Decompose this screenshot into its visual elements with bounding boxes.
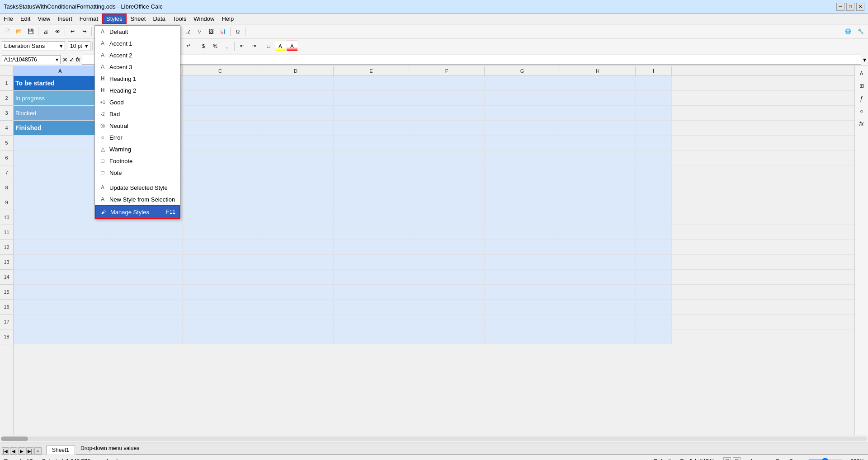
cell-g4[interactable] <box>485 121 560 135</box>
row-header-2[interactable]: 2 <box>0 91 13 106</box>
save-btn[interactable]: 💾 <box>25 26 36 37</box>
zoom-in-btn[interactable]: + <box>845 458 849 460</box>
row-header-18[interactable]: 18 <box>0 329 13 344</box>
menu-window[interactable]: Window <box>190 14 218 24</box>
zoom-slider[interactable] <box>807 458 844 460</box>
cell-i2[interactable] <box>636 91 672 105</box>
font-size-dropdown[interactable]: ▾ <box>85 42 88 49</box>
style-good[interactable]: +1 Good <box>95 96 180 108</box>
tab-last-btn[interactable]: ▶| <box>26 447 33 455</box>
cell-i1[interactable] <box>636 76 672 90</box>
minimize-button[interactable]: ─ <box>836 3 844 11</box>
row-header-17[interactable]: 17 <box>0 314 13 329</box>
insert-chart-btn[interactable]: 📊 <box>217 26 228 37</box>
style-accent3[interactable]: A Accent 3 <box>95 61 180 73</box>
row-header-14[interactable]: 14 <box>0 270 13 285</box>
sidebar-fx-btn[interactable]: fx <box>856 118 867 129</box>
cell-f1[interactable] <box>409 76 485 90</box>
comma-btn[interactable]: , <box>222 41 232 52</box>
ext-btn[interactable]: 🔧 <box>855 26 866 37</box>
insert-image-btn[interactable]: 🖼 <box>206 26 217 37</box>
cell-i4[interactable] <box>636 121 672 135</box>
style-accent2[interactable]: A Accent 2 <box>95 49 180 61</box>
cell-g2[interactable] <box>485 91 560 105</box>
cell-a4[interactable]: Finished <box>14 121 107 135</box>
tab-add-btn[interactable]: + <box>34 447 42 455</box>
font-name-dropdown[interactable]: ▾ <box>60 42 63 49</box>
cell-g1[interactable] <box>485 76 560 90</box>
maximize-button[interactable]: □ <box>846 3 854 11</box>
menu-help[interactable]: Help <box>218 14 237 24</box>
cell-h3[interactable] <box>560 106 636 120</box>
col-header-d[interactable]: D <box>258 66 334 75</box>
row-header-10[interactable]: 10 <box>0 210 13 225</box>
chart-mode-btn[interactable]: ⊠ <box>733 457 741 460</box>
sidebar-styles-btn[interactable]: A <box>856 68 867 79</box>
cell-h1[interactable] <box>560 76 636 90</box>
indent-less-btn[interactable]: ⇤ <box>236 41 247 52</box>
tab-next-btn[interactable]: ▶ <box>18 447 25 455</box>
style-new-from-selection[interactable]: A New Style from Selection <box>95 193 180 205</box>
menu-edit[interactable]: Edit <box>17 14 34 24</box>
cell-h2[interactable] <box>560 91 636 105</box>
wrap-btn[interactable]: ↵ <box>183 41 194 52</box>
cell-e1[interactable] <box>334 76 409 90</box>
row-header-16[interactable]: 16 <box>0 300 13 314</box>
cell-c1[interactable] <box>183 76 258 90</box>
menu-view[interactable]: View <box>34 14 54 24</box>
formula-expand-btn[interactable]: ▾ <box>863 56 866 63</box>
cell-c3[interactable] <box>183 106 258 120</box>
menu-styles[interactable]: Styles <box>102 14 127 24</box>
style-accent1[interactable]: A Accent 1 <box>95 38 180 49</box>
horizontal-scroll[interactable] <box>0 435 868 442</box>
sidebar-extra-btn[interactable]: ○ <box>856 106 867 117</box>
menu-tools[interactable]: Tools <box>169 14 190 24</box>
style-heading2[interactable]: H Heading 2 <box>95 84 180 96</box>
globe-btn[interactable]: 🌐 <box>843 26 854 37</box>
cell-ref-dropdown[interactable]: ▾ <box>56 56 58 63</box>
sidebar-functions-btn[interactable]: ƒ <box>856 93 867 104</box>
row-header-8[interactable]: 8 <box>0 180 13 195</box>
cell-g3[interactable] <box>485 106 560 120</box>
zoom-level[interactable]: 200% <box>850 458 864 460</box>
col-header-c[interactable]: C <box>183 66 258 75</box>
style-error[interactable]: ○ Error <box>95 131 180 143</box>
row-header-13[interactable]: 13 <box>0 255 13 270</box>
cell-a3[interactable]: Blocked <box>14 106 107 120</box>
menu-insert[interactable]: Insert <box>54 14 76 24</box>
col-header-g[interactable]: G <box>485 66 560 75</box>
formula-accept-icon[interactable]: ✓ <box>69 56 75 63</box>
style-neutral[interactable]: ◎ Neutral <box>95 120 180 131</box>
row-header-1[interactable]: 1 <box>0 76 13 91</box>
sidebar-navigator-btn[interactable]: ⊞ <box>856 80 867 91</box>
menu-file[interactable]: File <box>0 14 17 24</box>
indent-more-btn[interactable]: ⇥ <box>248 41 259 52</box>
cell-f4[interactable] <box>409 121 485 135</box>
border-style-btn[interactable]: □ <box>263 41 274 52</box>
currency-btn[interactable]: $ <box>198 41 209 52</box>
cell-e4[interactable] <box>334 121 409 135</box>
cell-i3[interactable] <box>636 106 672 120</box>
cell-a5[interactable] <box>14 136 107 150</box>
bg-color-btn[interactable]: A <box>275 41 286 52</box>
insert-special-btn[interactable]: Ω <box>232 26 243 37</box>
row-header-11[interactable]: 11 <box>0 225 13 240</box>
style-heading1[interactable]: H Heading 1 <box>95 73 180 84</box>
tab-prev-btn[interactable]: ◀ <box>10 447 17 455</box>
row-header-9[interactable]: 9 <box>0 195 13 210</box>
col-header-h[interactable]: H <box>560 66 636 75</box>
zoom-out-btn[interactable]: ─ <box>802 458 806 460</box>
menu-data[interactable]: Data <box>149 14 169 24</box>
new-btn[interactable]: 📄 <box>2 26 13 37</box>
col-header-i[interactable]: I <box>636 66 672 75</box>
style-note[interactable]: □ Note <box>95 167 180 178</box>
col-header-f[interactable]: F <box>409 66 485 75</box>
cell-e2[interactable] <box>334 91 409 105</box>
row-header-3[interactable]: 3 <box>0 106 13 121</box>
redo-btn[interactable]: ↪ <box>79 26 90 37</box>
formula-function-icon[interactable]: fx <box>76 56 80 63</box>
sheet-tab-1[interactable]: Sheet1 <box>46 445 75 455</box>
cell-d4[interactable] <box>258 121 334 135</box>
row-header-6[interactable]: 6 <box>0 150 13 165</box>
print-btn[interactable]: 🖨 <box>40 26 51 37</box>
